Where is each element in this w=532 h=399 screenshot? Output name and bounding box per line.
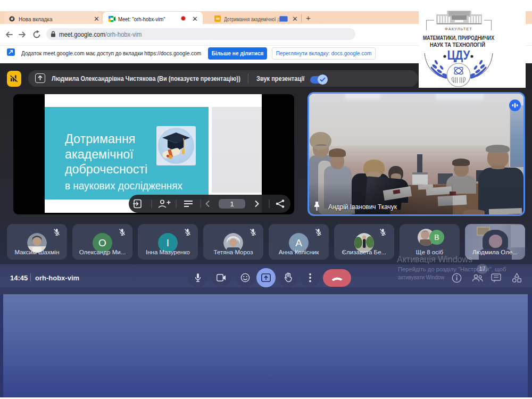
svg-text:1: 1 bbox=[230, 200, 234, 208]
svg-text:ЦДУ: ЦДУ bbox=[447, 48, 471, 62]
svg-text:НАУК ТА ТЕХНОЛОГІЙ: НАУК ТА ТЕХНОЛОГІЙ bbox=[430, 41, 485, 48]
svg-text:МАТЕМАТИКИ, ПРИРОДНИЧИХ: МАТЕМАТИКИ, ПРИРОДНИЧИХ bbox=[423, 35, 494, 41]
svg-text:ФАКУЛЬТЕТ: ФАКУЛЬТЕТ bbox=[445, 27, 472, 31]
